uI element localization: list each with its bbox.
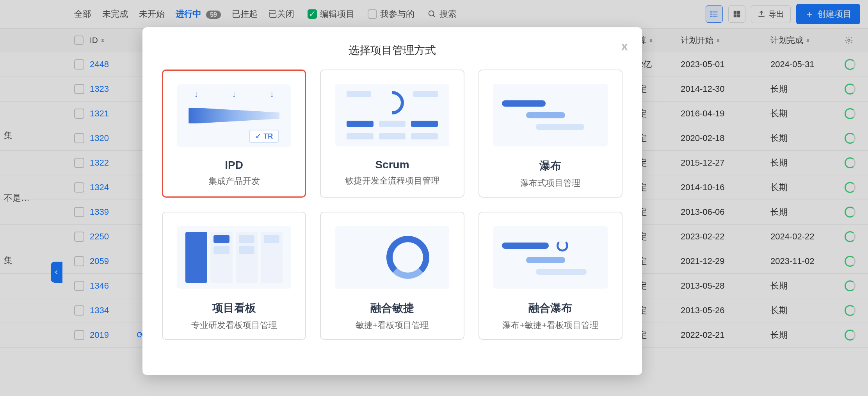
card-illustration: [171, 220, 297, 294]
card-desc: 专业研发看板项目管理: [171, 319, 297, 331]
card-desc: 敏捷+看板项目管理: [329, 319, 455, 331]
kanban-icon: [185, 232, 283, 283]
card-illustration: [487, 220, 614, 294]
modal-title: 选择项目管理方式: [162, 43, 623, 58]
card-name: 瀑布: [487, 159, 614, 173]
card-name: 融合敏捷: [329, 301, 455, 316]
pipeline-icon: [189, 108, 279, 123]
arrow-down-icon: ↓: [232, 89, 236, 99]
card-name: 融合瀑布: [487, 301, 614, 316]
card-hybrid-waterfall[interactable]: 融合瀑布 瀑布+敏捷+看板项目管理: [478, 212, 623, 340]
card-desc: 瀑布式项目管理: [487, 177, 614, 189]
card-illustration: [487, 78, 614, 152]
arrow-down-icon: ↓: [194, 89, 198, 99]
card-name: Scrum: [329, 159, 455, 171]
arrow-down-icon: ↓: [270, 89, 274, 99]
gantt-icon: [502, 240, 599, 275]
card-name: 项目看板: [171, 301, 297, 316]
card-grid: ↓↓↓ ✓TR IPD 集成产品开发 Scrum 敏捷开发全流程项目管: [162, 70, 623, 340]
gantt-icon: [502, 100, 599, 130]
card-kanban[interactable]: 项目看板 专业研发看板项目管理: [162, 212, 306, 340]
card-waterfall[interactable]: 瀑布 瀑布式项目管理: [478, 70, 623, 198]
card-illustration: [329, 220, 455, 294]
card-illustration: [329, 78, 455, 152]
tr-badge: ✓TR: [249, 130, 279, 143]
card-name: IPD: [171, 159, 297, 171]
cycle-icon: [376, 86, 409, 120]
modal-close-button[interactable]: x: [621, 39, 628, 54]
card-scrum[interactable]: Scrum 敏捷开发全流程项目管理: [320, 70, 464, 198]
card-illustration: ↓↓↓ ✓TR: [171, 78, 297, 153]
card-desc: 集成产品开发: [171, 175, 297, 187]
card-desc: 瀑布+敏捷+看板项目管理: [487, 319, 614, 331]
card-desc: 敏捷开发全流程项目管理: [329, 175, 455, 187]
card-hybrid-agile[interactable]: 融合敏捷 敏捷+看板项目管理: [320, 212, 464, 340]
card-ipd[interactable]: ↓↓↓ ✓TR IPD 集成产品开发: [162, 70, 306, 198]
project-type-modal: 选择项目管理方式 x ↓↓↓ ✓TR IPD 集成产品开发: [142, 27, 642, 375]
ring-icon: [386, 236, 429, 279]
